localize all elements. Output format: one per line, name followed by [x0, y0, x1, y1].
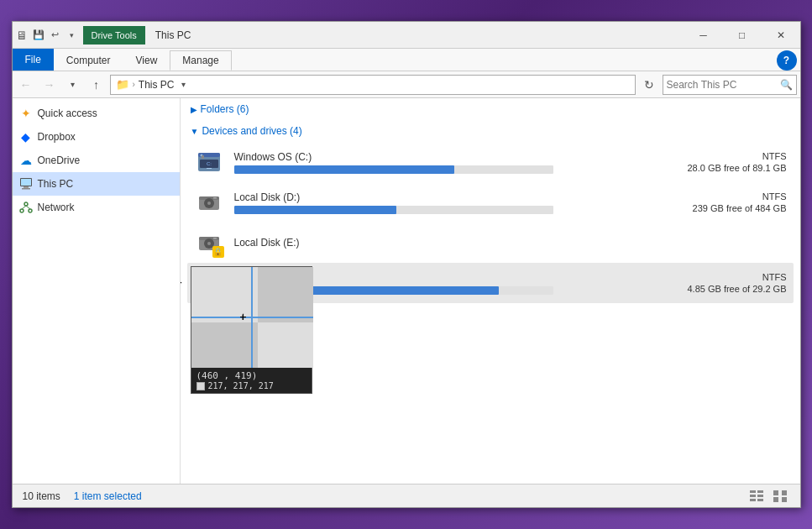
- window-title: This PC: [149, 29, 681, 41]
- drive-g-name: SSD (G:): [234, 272, 642, 284]
- tab-computer[interactable]: Computer: [54, 50, 123, 71]
- view-controls: [747, 488, 790, 505]
- toolbar-dropdown-btn[interactable]: ▾: [65, 28, 80, 43]
- folders-arrow: ▶: [191, 105, 197, 114]
- svg-rect-2: [24, 186, 29, 188]
- drive-tools-tab[interactable]: Drive Tools: [83, 26, 145, 45]
- svg-rect-35: [757, 490, 763, 493]
- svg-line-8: [26, 206, 30, 209]
- sidebar-label-this-pc: This PC: [38, 178, 74, 190]
- drive-d-info: Local Disk (D:): [234, 191, 642, 214]
- sidebar: ✦ Quick access ◆ Dropbox ☁ OneDrive: [13, 98, 181, 484]
- search-input[interactable]: [667, 79, 777, 91]
- drive-d-space: 239 GB free of 484 GB: [693, 203, 787, 213]
- svg-rect-40: [773, 490, 778, 495]
- ribbon: File Computer View Manage ?: [13, 49, 800, 71]
- refresh-btn[interactable]: ↻: [639, 75, 659, 95]
- svg-rect-38: [750, 499, 756, 501]
- svg-rect-15: [202, 155, 204, 159]
- up-btn[interactable]: ↑: [86, 75, 107, 95]
- drive-g[interactable]: + SSD: [187, 263, 794, 303]
- preview-rgb: 217, 217, 217: [208, 381, 274, 390]
- items-count: 10 items: [23, 490, 60, 502]
- back-btn[interactable]: ←: [16, 75, 36, 95]
- preview-grid-horizontal: [191, 317, 313, 318]
- sidebar-label-dropbox: Dropbox: [38, 131, 76, 143]
- minimize-btn[interactable]: ─: [684, 22, 723, 49]
- address-path[interactable]: 📁 › This PC ▾: [110, 75, 636, 95]
- address-dropdown-btn[interactable]: ▾: [181, 80, 186, 89]
- sidebar-item-this-pc[interactable]: This PC: [13, 172, 180, 196]
- drive-d-meta: NTFS 239 GB free of 484 GB: [652, 191, 787, 213]
- search-icon[interactable]: 🔍: [780, 79, 793, 91]
- status-bar: 10 items 1 item selected: [13, 484, 800, 507]
- drive-c-info: Windows OS (C:): [234, 151, 642, 174]
- path-this-pc[interactable]: This PC: [139, 79, 175, 91]
- drive-e-name: Local Disk (E:): [234, 237, 642, 249]
- svg-rect-42: [773, 497, 778, 502]
- svg-point-19: [207, 202, 211, 205]
- svg-rect-1: [21, 179, 31, 186]
- drive-c-bar: [234, 165, 553, 174]
- help-btn[interactable]: ?: [777, 50, 797, 71]
- svg-point-24: [207, 242, 211, 245]
- preview-coords: (460 , 419): [196, 370, 306, 381]
- large-icons-view-btn[interactable]: [770, 488, 790, 505]
- preview-quadrant-bl: [191, 322, 259, 368]
- this-pc-icon: [19, 177, 33, 191]
- sidebar-item-dropbox[interactable]: ◆ Dropbox: [13, 125, 180, 149]
- sidebar-label-network: Network: [38, 202, 75, 213]
- drive-c-fs: NTFS: [762, 151, 787, 161]
- sidebar-item-onedrive[interactable]: ☁ OneDrive: [13, 149, 180, 172]
- preview-info: (460 , 419) 217, 217, 217: [191, 368, 312, 393]
- undo-toolbar-btn[interactable]: ↩: [48, 28, 63, 43]
- drives-arrow: ▼: [191, 127, 199, 136]
- close-btn[interactable]: ✕: [762, 22, 800, 49]
- sidebar-label-onedrive: OneDrive: [38, 155, 81, 166]
- maximize-btn[interactable]: □: [723, 22, 762, 49]
- tab-manage[interactable]: Manage: [170, 50, 231, 71]
- svg-rect-25: [213, 238, 217, 239]
- save-toolbar-btn[interactable]: 💾: [31, 28, 46, 43]
- recent-locations-btn[interactable]: ▾: [63, 75, 83, 95]
- tab-file[interactable]: File: [13, 49, 54, 71]
- drive-c[interactable]: C: Windows OS (C:) NTFS 28.0 GB free of …: [187, 142, 794, 182]
- svg-rect-41: [782, 490, 787, 495]
- drive-g-icon: SSD 🔒: [194, 268, 224, 298]
- ssd-lock-badge: 🔒: [212, 286, 224, 298]
- svg-point-4: [24, 202, 28, 206]
- drive-d-icon: [194, 187, 224, 217]
- details-view-btn[interactable]: [747, 488, 767, 505]
- preview-color-row: 217, 217, 217: [196, 381, 306, 390]
- drive-d-fs: NTFS: [762, 191, 787, 202]
- monitor-svg: [19, 178, 33, 190]
- drive-list: C: Windows OS (C:) NTFS 28.0 GB free of …: [181, 142, 800, 303]
- quick-access-toolbar: 💾 ↩ ▾: [31, 28, 80, 43]
- svg-rect-30: [202, 284, 207, 285]
- drive-d[interactable]: Local Disk (D:) NTFS 239 GB free of 484 …: [187, 182, 794, 223]
- drive-c-name: Windows OS (C:): [234, 151, 642, 163]
- search-box[interactable]: 🔍: [663, 75, 797, 95]
- drive-d-bar-fill: [234, 206, 397, 214]
- preview-quadrant-br: [258, 322, 312, 368]
- svg-rect-36: [750, 495, 756, 497]
- forward-btn[interactable]: →: [39, 75, 60, 95]
- sidebar-item-network[interactable]: Network: [13, 196, 180, 219]
- drive-d-bar: [234, 206, 553, 214]
- drives-section-header[interactable]: ▼ Devices and drives (4): [181, 120, 800, 142]
- svg-rect-39: [757, 499, 763, 501]
- drives-title: Devices and drives (4): [202, 125, 301, 137]
- folders-title: Folders (6): [201, 103, 249, 115]
- ribbon-tabs: File Computer View Manage ?: [13, 49, 800, 71]
- tab-view[interactable]: View: [123, 50, 170, 71]
- main-area: ✦ Quick access ◆ Dropbox ☁ OneDrive: [13, 98, 800, 484]
- drive-c-meta: NTFS 28.0 GB free of 89.1 GB: [652, 151, 787, 173]
- onedrive-icon: ☁: [19, 154, 33, 167]
- folders-section-header[interactable]: ▶ Folders (6): [181, 98, 800, 120]
- drive-e[interactable]: 🔒 Local Disk (E:): [187, 223, 794, 263]
- svg-rect-32: [215, 279, 218, 280]
- svg-rect-37: [757, 495, 763, 497]
- sidebar-item-quick-access[interactable]: ✦ Quick access: [13, 102, 180, 125]
- path-separator-1: ›: [133, 80, 135, 89]
- items-selected[interactable]: 1 item selected: [74, 490, 142, 502]
